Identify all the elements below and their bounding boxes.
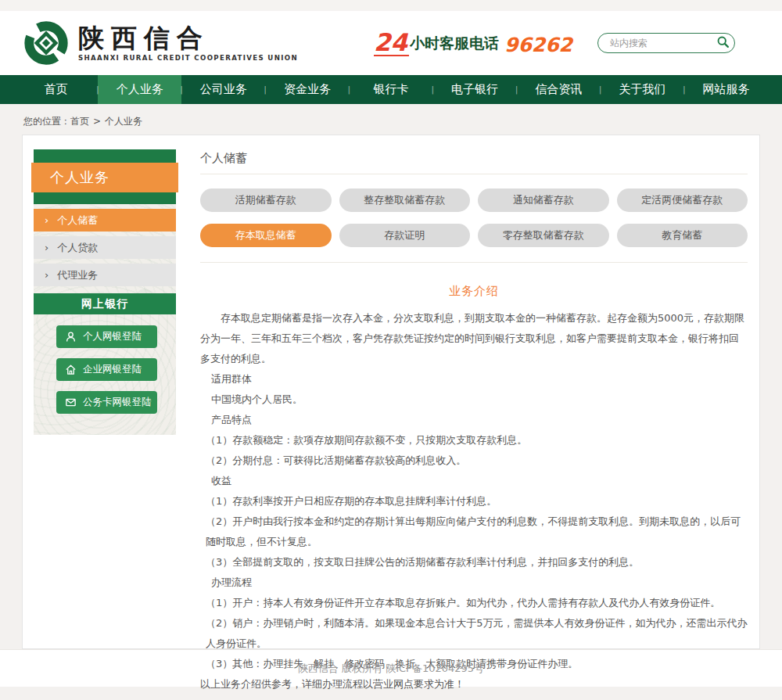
envelope-icon xyxy=(65,397,77,408)
paragraph: （2）分期付息：可获得比活期储蓄存款较高的利息收入。 xyxy=(200,451,748,471)
breadcrumb-home-link[interactable]: 首页 xyxy=(70,116,89,127)
content-panel: 个人业务 ›个人储蓄 ›个人贷款 ›代理业务 网上银行 个人网银登陆 xyxy=(22,135,760,649)
paragraph: （2）销户：办理销户时，利随本清。如果现金本息合计大于5万元，需提供本人有效身份… xyxy=(200,613,748,654)
search-icon xyxy=(716,35,730,48)
sidebar-item-label: 个人贷款 xyxy=(57,242,98,253)
logo-icon xyxy=(23,20,69,66)
title-divider xyxy=(200,174,748,174)
section-heading: 业务介绍 xyxy=(200,284,748,299)
paragraph: 中国境内个人居民。 xyxy=(200,389,748,410)
hotline: 24 小时客服电话 96262 xyxy=(374,31,572,56)
ebank-button-label: 公务卡网银登陆 xyxy=(83,396,152,409)
paragraph: （1）开户：持本人有效身份证件开立存本取息存折账户。如为代办，代办人需持有存款人… xyxy=(200,593,748,613)
logo-text: 陕西信合 SHAANXI RURAL CREDIT COOPERATIVES U… xyxy=(78,24,298,62)
chevron-right-icon: › xyxy=(45,242,48,253)
sidebar-menu: ›个人储蓄 ›个人贷款 ›代理业务 xyxy=(34,209,176,286)
paragraph: 办理流程 xyxy=(200,573,748,593)
official-card-ebank-login-button[interactable]: 公务卡网银登陆 xyxy=(56,391,157,414)
tab-installment-deposit[interactable]: 零存整取储蓄存款 xyxy=(478,224,609,247)
sidebar-item-agency-services[interactable]: ›代理业务 xyxy=(34,264,176,286)
sidebar-item-label: 个人储蓄 xyxy=(57,214,98,226)
nav-item-personal-banking[interactable]: 个人业务 xyxy=(98,75,181,104)
paragraph: 收益 xyxy=(200,471,748,491)
sidebar: 个人业务 ›个人储蓄 ›个人贷款 ›代理业务 网上银行 个人网银登陆 xyxy=(34,149,176,435)
chevron-right-icon: › xyxy=(45,214,48,226)
breadcrumb-prefix: 您的位置： xyxy=(23,116,70,127)
sidebar-item-personal-loans[interactable]: ›个人贷款 xyxy=(34,236,176,259)
sidebar-item-label: 代理业务 xyxy=(57,269,98,281)
tab-flexible-deposit[interactable]: 定活两便储蓄存款 xyxy=(617,188,748,212)
article: 存本取息定期储蓄是指一次存入本金，分次支取利息，到期支取本金的一种储蓄存款。起存… xyxy=(200,308,748,695)
logo[interactable]: 陕西信合 SHAANXI RURAL CREDIT COOPERATIVES U… xyxy=(23,20,298,66)
personal-ebank-login-button[interactable]: 个人网银登陆 xyxy=(56,325,157,348)
tab-lump-sum-deposit[interactable]: 整存整取储蓄存款 xyxy=(339,188,471,212)
breadcrumb-separator: > xyxy=(93,116,101,127)
paragraph: （2）开户时由我行按本金和约定的存期计算出每期应向储户支付的利息数，不得提前支取… xyxy=(200,512,748,552)
brand-subtitle: SHAANXI RURAL CREDIT COOPERATIVES UNION xyxy=(78,54,298,62)
paragraph: 以上业务介绍供参考，详细办理流程以营业网点要求为准！ xyxy=(200,674,748,695)
nav-item-site-services[interactable]: 网站服务 xyxy=(684,75,768,104)
breadcrumb-current: 个人业务 xyxy=(105,116,142,127)
sidebar-header: 个人业务 xyxy=(34,149,176,204)
nav-item-about-us[interactable]: 关于我们 xyxy=(601,75,684,104)
page-title: 个人储蓄 xyxy=(200,151,748,166)
sidebar-item-personal-savings[interactable]: ›个人储蓄 xyxy=(34,209,176,232)
search-button[interactable] xyxy=(712,34,733,52)
breadcrumb: 您的位置：首页>个人业务 xyxy=(0,104,782,135)
hotline-24: 24 xyxy=(374,31,409,56)
ebank-buttons: 个人网银登陆 企业网银登陆 公务卡网银登陆 xyxy=(34,314,176,433)
paragraph: 适用群体 xyxy=(200,369,748,389)
ebank-button-label: 企业网银登陆 xyxy=(83,363,142,376)
paragraph: （3）全部提前支取的，按支取日挂牌公告的活期储蓄存款利率计付利息，并扣回多支付的… xyxy=(200,552,748,573)
hotline-label: 小时客服电话 xyxy=(410,34,499,54)
brand-name: 陕西信合 xyxy=(78,24,298,52)
nav-item-corporate-banking[interactable]: 公司业务 xyxy=(181,75,265,104)
tab-education-savings[interactable]: 教育储蓄 xyxy=(617,224,748,247)
nav-item-bank-card[interactable]: 银行卡 xyxy=(349,75,432,104)
tab-current-savings[interactable]: 活期储蓄存款 xyxy=(200,188,332,212)
sidebar-title: 个人业务 xyxy=(31,163,178,192)
user-icon xyxy=(65,331,77,343)
chevron-right-icon: › xyxy=(45,269,48,281)
nav-item-news[interactable]: 信合资讯 xyxy=(517,75,601,104)
tab-interest-withdrawal-savings[interactable]: 存本取息储蓄 xyxy=(200,224,332,247)
nav-item-home[interactable]: 首页 xyxy=(14,75,98,104)
nav-item-treasury-banking[interactable]: 资金业务 xyxy=(265,75,349,104)
tab-notice-deposit[interactable]: 通知储蓄存款 xyxy=(478,188,609,212)
search-box xyxy=(597,33,735,53)
corporate-ebank-login-button[interactable]: 企业网银登陆 xyxy=(56,358,157,381)
tabs-divider xyxy=(200,262,748,263)
paragraph: 存本取息定期储蓄是指一次存入本金，分次支取利息，到期支取本金的一种储蓄存款。起存… xyxy=(200,308,748,369)
site-header: 陕西信合 SHAANXI RURAL CREDIT COOPERATIVES U… xyxy=(0,11,782,75)
nav-item-e-banking[interactable]: 电子银行 xyxy=(433,75,517,104)
hotline-number: 96262 xyxy=(504,34,572,56)
copyright: 陕西信合 版权所有 陕ICP备10204295号 xyxy=(298,662,484,676)
paragraph: （1）存款利率按开户日相应存期的存本取息挂牌利率计付利息。 xyxy=(200,491,748,512)
home-icon xyxy=(65,364,77,375)
nav-list: 首页 个人业务 公司业务 资金业务 银行卡 电子银行 信合资讯 关于我们 网站服… xyxy=(0,75,782,104)
tab-deposit-certificate[interactable]: 存款证明 xyxy=(339,224,471,247)
savings-tabs: 活期储蓄存款 整存整取储蓄存款 通知储蓄存款 定活两便储蓄存款 存本取息储蓄 存… xyxy=(200,188,748,247)
main-content: 个人储蓄 活期储蓄存款 整存整取储蓄存款 通知储蓄存款 定活两便储蓄存款 存本取… xyxy=(176,135,759,648)
main-nav: 首页 个人业务 公司业务 资金业务 银行卡 电子银行 信合资讯 关于我们 网站服… xyxy=(0,75,782,104)
paragraph: 产品特点 xyxy=(200,410,748,430)
ebank-header: 网上银行 xyxy=(34,293,176,314)
paragraph: （1）存款额稳定：款项存放期间存款额不变，只按期次支取存款利息。 xyxy=(200,430,748,451)
top-strip xyxy=(0,0,782,11)
ebank-button-label: 个人网银登陆 xyxy=(83,330,142,343)
